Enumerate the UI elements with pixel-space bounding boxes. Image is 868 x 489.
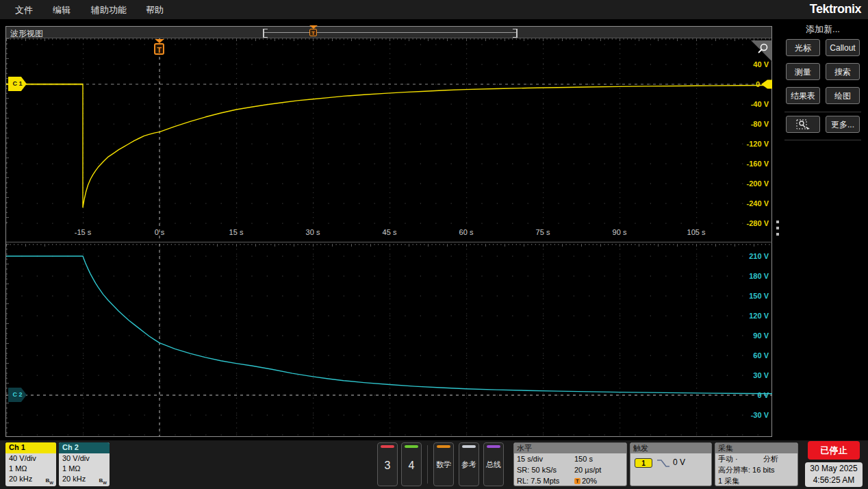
svg-text:90 s: 90 s bbox=[613, 228, 627, 236]
svg-text:60 s: 60 s bbox=[459, 228, 474, 236]
menu-file[interactable]: 文件 bbox=[15, 4, 33, 16]
ch4-button[interactable]: 4 bbox=[401, 442, 422, 486]
trigger-level: 0 V bbox=[673, 457, 685, 467]
svg-text:-30 V: -30 V bbox=[751, 411, 769, 419]
svg-text:180 V: 180 V bbox=[749, 272, 769, 280]
svg-text:0 s: 0 s bbox=[155, 228, 165, 236]
svg-text:105 s: 105 s bbox=[687, 228, 706, 236]
svg-text:-80 V: -80 V bbox=[751, 120, 769, 128]
sidebar-divider bbox=[784, 140, 861, 140]
callout-button[interactable]: Callout bbox=[826, 39, 860, 56]
ch2-badge-header: Ch 2 bbox=[59, 442, 110, 453]
trigger-position-icon: T bbox=[574, 478, 580, 484]
plot-button[interactable]: 绘图 bbox=[826, 87, 860, 104]
trigger-panel[interactable]: 触发 1 0 V bbox=[630, 442, 712, 486]
ch1-badge[interactable]: Ch 1 40 V/div 1 MΩ 20 kHz BW bbox=[5, 442, 56, 486]
button-divider bbox=[427, 445, 428, 484]
add-new-title: 添加新... bbox=[782, 23, 864, 36]
ch2-badge[interactable]: Ch 2 30 V/div 1 MΩ 20 kHz BW bbox=[59, 442, 110, 486]
ch1-impedance: 1 MΩ bbox=[5, 464, 56, 474]
ch2-impedance: 1 MΩ bbox=[59, 464, 110, 474]
minimap-trigger-marker[interactable]: T bbox=[309, 29, 317, 36]
ch2-scale: 30 V/div bbox=[59, 453, 110, 464]
menu-edit[interactable]: 编辑 bbox=[53, 4, 71, 16]
ch1-bw-limit-icon: BW bbox=[46, 475, 53, 486]
waveform-panel-ch1[interactable]: 40 V-40 V-80 V-120 V-160 V-200 V-240 V-2… bbox=[6, 38, 772, 241]
results-table-button[interactable]: 结果表 bbox=[786, 87, 820, 104]
splitter-drag-handle[interactable] bbox=[776, 221, 780, 241]
ch3-button[interactable]: 3 bbox=[377, 442, 398, 486]
acquisition-panel[interactable]: 采集 手动 ·分析 高分辨率: 16 bits 1 采集 bbox=[715, 442, 798, 486]
svg-text:-40 V: -40 V bbox=[751, 100, 769, 108]
date: 30 May 2025 bbox=[805, 463, 863, 475]
tektronix-logo: Tektronix bbox=[810, 2, 861, 16]
svg-text:-280 V: -280 V bbox=[747, 219, 769, 227]
horizontal-panel-title: 水平 bbox=[514, 443, 626, 453]
svg-text:45 s: 45 s bbox=[383, 228, 397, 236]
svg-text:90 V: 90 V bbox=[753, 331, 769, 340]
ch1-badge-header: Ch 1 bbox=[5, 442, 56, 453]
svg-text:-240 V: -240 V bbox=[747, 199, 769, 208]
run-stop-status-button[interactable]: 已停止 bbox=[808, 441, 860, 460]
search-button[interactable]: 搜索 bbox=[826, 63, 860, 80]
svg-text:-120 V: -120 V bbox=[747, 140, 769, 148]
svg-text:75 s: 75 s bbox=[536, 228, 550, 236]
horizontal-overview-minimap[interactable]: T bbox=[263, 29, 518, 37]
minimap-record-line bbox=[263, 32, 518, 33]
trigger-panel-title: 触发 bbox=[630, 443, 711, 453]
acquisition-panel-title: 采集 bbox=[715, 443, 797, 453]
svg-text:-160 V: -160 V bbox=[747, 160, 769, 168]
more-button[interactable]: 更多... bbox=[826, 116, 860, 133]
svg-text:120 V: 120 V bbox=[749, 312, 769, 320]
trigger-source-badge: 1 bbox=[635, 458, 652, 468]
zoom-select-button[interactable] bbox=[786, 116, 820, 133]
trigger-position-marker[interactable]: T bbox=[154, 43, 164, 55]
menu-bar: 文件 编辑 辅助功能 帮助 bbox=[0, 0, 868, 19]
zoom-corner-button[interactable] bbox=[751, 40, 772, 62]
svg-text:0 V: 0 V bbox=[757, 391, 769, 399]
cursors-button[interactable]: 光标 bbox=[786, 39, 820, 56]
svg-text:-200 V: -200 V bbox=[747, 179, 769, 188]
ch2-bw-limit-icon: BW bbox=[99, 475, 107, 486]
panel-separator[interactable] bbox=[6, 242, 772, 242]
minimap-left-bracket[interactable] bbox=[263, 29, 268, 38]
menu-utility[interactable]: 辅助功能 bbox=[91, 4, 127, 16]
zoom-select-icon bbox=[796, 119, 810, 130]
math-button[interactable]: 数学 bbox=[433, 442, 454, 486]
measure-button[interactable]: 测量 bbox=[786, 63, 820, 80]
ch2-bandwidth: 20 kHz BW bbox=[59, 474, 110, 484]
sidebar-divider bbox=[784, 112, 861, 112]
ch1-bandwidth: 20 kHz BW bbox=[5, 474, 56, 484]
bus-button[interactable]: 总线 bbox=[483, 442, 504, 486]
time: 4:56:25 AM bbox=[805, 475, 863, 486]
waveform-panel-ch2[interactable]: 210 V180 V150 V120 V90 V60 V30 V0 V-30 V bbox=[6, 244, 772, 436]
horizontal-panel[interactable]: 水平 15 s/div150 s SR: 50 kS/s20 µs/pt RL:… bbox=[513, 442, 627, 486]
minimap-right-bracket[interactable] bbox=[513, 29, 518, 38]
svg-text:15 s: 15 s bbox=[229, 228, 244, 236]
ref-button[interactable]: 参考 bbox=[459, 442, 479, 486]
datetime-display: 30 May 2025 4:56:25 AM bbox=[805, 462, 863, 487]
svg-text:30 s: 30 s bbox=[306, 228, 320, 236]
menu-help[interactable]: 帮助 bbox=[146, 4, 164, 16]
svg-text:-15 s: -15 s bbox=[75, 228, 92, 236]
svg-text:0: 0 bbox=[756, 80, 760, 88]
waveform-view-titlebar[interactable]: 波形视图 T bbox=[6, 27, 771, 38]
ch1-scale: 40 V/div bbox=[5, 453, 56, 464]
oscilloscope-app: 文件 编辑 辅助功能 帮助 Tektronix 波形视图 T 40 V-40 V… bbox=[0, 0, 868, 489]
svg-text:60 V: 60 V bbox=[753, 351, 769, 360]
falling-edge-icon bbox=[656, 459, 670, 468]
svg-text:30 V: 30 V bbox=[753, 371, 769, 379]
svg-text:210 V: 210 V bbox=[749, 252, 769, 260]
svg-text:150 V: 150 V bbox=[749, 292, 769, 300]
